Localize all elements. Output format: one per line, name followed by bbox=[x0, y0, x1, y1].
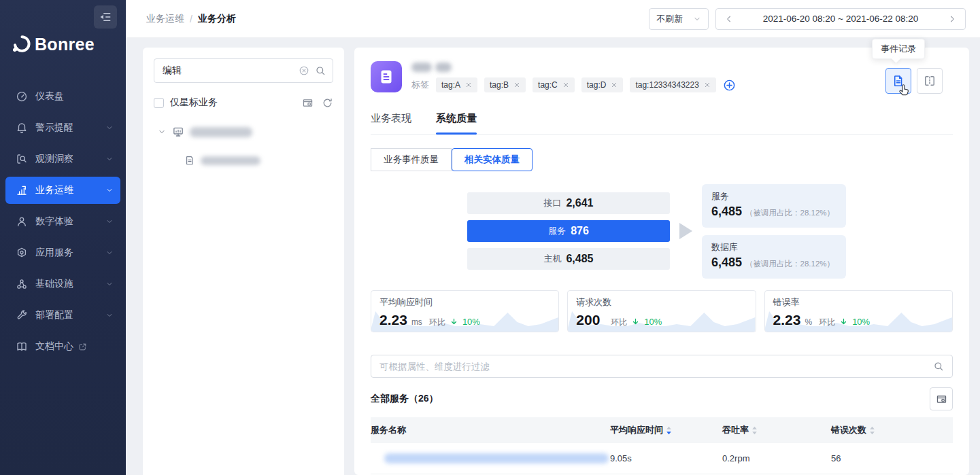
tag-chip[interactable]: tag:A bbox=[436, 77, 477, 92]
sidebar-item[interactable]: 文档中心 bbox=[5, 333, 120, 360]
throughput-cell: 0.2rpm bbox=[722, 443, 831, 474]
compare-button[interactable] bbox=[917, 68, 943, 94]
search-icon[interactable] bbox=[315, 65, 326, 76]
sort-desc-icon[interactable] bbox=[666, 431, 672, 435]
chevron-down-icon bbox=[105, 280, 114, 288]
nodes-icon bbox=[16, 278, 28, 290]
topbar: 业务运维 / 业务分析 不刷新 2021-06-20 08:20 ~ 2021-… bbox=[126, 0, 980, 38]
flow-bar[interactable]: 服务 876 bbox=[467, 220, 670, 242]
remove-tag-icon[interactable] bbox=[562, 82, 569, 88]
metric-card[interactable]: 平均响应时间 2.23 ms 环比 10% bbox=[371, 290, 559, 332]
tree-settings-icon[interactable] bbox=[302, 97, 314, 109]
chevron-down-icon bbox=[105, 249, 114, 257]
remove-tag-icon[interactable] bbox=[465, 82, 472, 88]
flow-arrow-icon bbox=[679, 223, 692, 239]
tag-text: tag:C bbox=[538, 80, 558, 90]
services-count-title: 全部服务（26） bbox=[371, 393, 439, 405]
breadcrumb: 业务运维 / 业务分析 bbox=[146, 13, 236, 25]
sidebar-item-label: 文档中心 bbox=[35, 340, 73, 353]
sort-asc-icon[interactable] bbox=[869, 426, 875, 430]
breadcrumb-parent[interactable]: 业务运维 bbox=[146, 13, 184, 25]
flow-bar[interactable]: 接口 2,641 bbox=[467, 192, 670, 214]
flow-target-box[interactable]: 服务 6,485 （被调用占比：28.12%） bbox=[702, 184, 846, 228]
search-icon[interactable] bbox=[933, 361, 944, 372]
sidebar-item[interactable]: 基础设施 bbox=[5, 270, 120, 298]
tree-refresh-icon[interactable] bbox=[322, 97, 333, 109]
sort-desc-icon[interactable] bbox=[751, 431, 758, 435]
sidebar-item-label: 业务运维 bbox=[35, 184, 73, 196]
add-tag-icon[interactable] bbox=[723, 79, 736, 92]
table-column-header[interactable]: 错误次数 bbox=[831, 417, 953, 443]
tag-chip[interactable]: tag:C bbox=[533, 77, 575, 92]
flow-bar-label: 服务 bbox=[548, 225, 566, 237]
wrench-icon bbox=[16, 309, 28, 321]
sidebar-item-label: 警示提醒 bbox=[35, 122, 73, 134]
sort-control[interactable] bbox=[869, 426, 875, 435]
tree-node-parent[interactable] bbox=[154, 124, 333, 140]
tag-chip[interactable]: tag:12334343223 bbox=[630, 77, 715, 92]
flow-bar-value: 2,641 bbox=[566, 197, 593, 209]
redacted-service-name[interactable] bbox=[384, 453, 609, 463]
sidebar-item[interactable]: 仪表盘 bbox=[5, 83, 120, 110]
sort-asc-icon[interactable] bbox=[666, 426, 672, 430]
sort-control[interactable] bbox=[666, 426, 672, 435]
breadcrumb-current: 业务分析 bbox=[198, 13, 236, 25]
sidebar-item[interactable]: 警示提醒 bbox=[5, 114, 120, 141]
subtab[interactable]: 业务事件质量 bbox=[371, 148, 452, 171]
date-range-picker[interactable]: 2021-06-20 08:20 ~ 2021-06-22 08:20 bbox=[715, 8, 966, 30]
sidebar-item-label: 数字体验 bbox=[35, 215, 73, 228]
table-header-row: 服务名称 平均响应时间 bbox=[371, 417, 953, 443]
previous-range-icon[interactable] bbox=[724, 14, 734, 24]
flow-bar-label: 主机 bbox=[543, 253, 561, 265]
table-column-header[interactable]: 吞吐率 bbox=[722, 417, 831, 443]
sidebar-item[interactable]: 观测洞察 bbox=[5, 145, 120, 173]
bell-icon bbox=[16, 122, 28, 134]
tab[interactable]: 业务表现 bbox=[371, 112, 411, 134]
tab[interactable]: 系统质量 bbox=[436, 112, 477, 134]
star-filter-checkbox[interactable] bbox=[154, 98, 164, 108]
tooltip: 事件记录 bbox=[872, 39, 925, 59]
tag-chip[interactable]: tag:B bbox=[484, 77, 526, 92]
remove-tag-icon[interactable] bbox=[611, 82, 618, 88]
metric-value: 2.23 bbox=[379, 312, 407, 328]
chevron-down-icon bbox=[105, 311, 114, 319]
sort-desc-icon[interactable] bbox=[869, 431, 875, 435]
event-record-button[interactable] bbox=[885, 68, 911, 94]
book-icon bbox=[16, 340, 28, 353]
flow-target-label: 服务 bbox=[711, 190, 837, 203]
sidebar-item[interactable]: 部署配置 bbox=[5, 302, 120, 329]
sidebar-collapse-button[interactable] bbox=[94, 5, 117, 29]
column-settings-button[interactable] bbox=[930, 387, 953, 410]
refresh-interval-select[interactable]: 不刷新 bbox=[649, 8, 709, 30]
tag-text: tag:B bbox=[490, 80, 509, 90]
clear-search-icon[interactable] bbox=[299, 65, 309, 76]
table-row[interactable]: 9.05s 0.2rpm 56 bbox=[371, 443, 953, 474]
flow-bar[interactable]: 主机 6,485 bbox=[467, 248, 670, 270]
subtab[interactable]: 相关实体质量 bbox=[452, 148, 533, 171]
table-column-header[interactable]: 服务名称 bbox=[371, 417, 610, 443]
flow-target-box[interactable]: 数据库 6,485 （被调用占比：28.12%） bbox=[702, 235, 846, 279]
tree-node-child[interactable] bbox=[154, 152, 333, 169]
sort-control[interactable] bbox=[751, 426, 758, 435]
sort-asc-icon[interactable] bbox=[751, 426, 758, 430]
sidebar-item[interactable]: 应用服务 bbox=[5, 239, 120, 266]
header-actions bbox=[885, 68, 943, 94]
sidebar-item[interactable]: 业务运维 bbox=[5, 177, 120, 204]
chevron-down-icon bbox=[105, 186, 114, 194]
metric-card[interactable]: 请求次数 200 环比 10% bbox=[567, 290, 756, 332]
analysis-panel: 事件记录 标签 tag:A bbox=[354, 48, 969, 475]
next-range-icon[interactable] bbox=[947, 14, 957, 24]
sidebar-item[interactable]: 数字体验 bbox=[5, 208, 120, 235]
redacted-node-label bbox=[201, 156, 260, 165]
table-column-header[interactable]: 平均响应时间 bbox=[610, 417, 722, 443]
chevron-down-icon bbox=[105, 155, 114, 163]
service-filter-input[interactable] bbox=[379, 362, 928, 372]
tree-search-input[interactable] bbox=[163, 65, 293, 76]
chevron-down-icon[interactable] bbox=[158, 128, 166, 136]
remove-tag-icon[interactable] bbox=[513, 82, 520, 88]
remove-tag-icon[interactable] bbox=[704, 82, 711, 88]
metric-delta: 10% bbox=[644, 317, 662, 327]
tag-chip[interactable]: tag:D bbox=[581, 77, 624, 92]
metric-card[interactable]: 错误率 2.23 % 环比 10% bbox=[764, 290, 953, 332]
tab-label: 业务表现 bbox=[371, 112, 411, 124]
